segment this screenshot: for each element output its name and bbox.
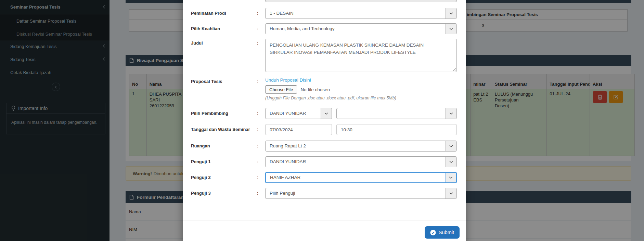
penguji-2-value: HANIF AZHAR: [270, 175, 300, 180]
file-upload-note: (Unggah File Dengan .doc atau .docx atau…: [265, 96, 396, 100]
label-colon: :: [257, 26, 258, 31]
ruangan-select[interactable]: Ruang Rapat Lt 2: [265, 141, 457, 152]
chevron-down-icon: [446, 24, 456, 34]
resize-grip-icon[interactable]: [453, 68, 456, 71]
pembimbing-1-select[interactable]: DANDI YUNIDAR: [265, 108, 332, 119]
label-colon: :: [257, 175, 258, 180]
field-label: Penguji 3: [191, 191, 254, 196]
field-label: Pilih Pembimbing: [191, 111, 254, 116]
penguji-1-select[interactable]: DANDI YUNIDAR: [265, 156, 457, 167]
seminar-date-input[interactable]: [265, 124, 332, 135]
file-upload-control: Choose File No file chosen: [265, 85, 330, 94]
chevron-down-icon: [445, 173, 456, 182]
submit-button-label: Submit: [439, 230, 454, 235]
seminar-time-input[interactable]: [336, 124, 457, 135]
peminatan-prodi-value: 1 - DESAIN: [270, 11, 294, 16]
registration-modal: Peminatan Prodi : 1 - DESAIN Pilih Keahl…: [183, 0, 466, 241]
label-colon: :: [257, 159, 258, 164]
field-label: Peminatan Prodi: [191, 11, 254, 16]
chevron-down-icon: [446, 108, 456, 119]
penguji-1-value: DANDI YUNIDAR: [270, 159, 306, 164]
app-screen: Seminar Proposal Tesis Daftar Seminar Pr…: [0, 0, 644, 241]
field-label: Proposal Tesis: [191, 79, 254, 84]
chevron-down-icon: [446, 188, 456, 198]
field-label: Ruangan: [191, 143, 254, 148]
pilih-keahlian-select[interactable]: Human, Media, and Technology: [265, 23, 457, 34]
pembimbing-2-select[interactable]: [336, 108, 457, 119]
chevron-down-icon: [321, 108, 332, 119]
ruangan-value: Ruang Rapat Lt 2: [270, 143, 306, 148]
download-proposal-link[interactable]: Unduh Proposal Disini: [265, 77, 311, 83]
chevron-down-icon: [446, 141, 456, 151]
label-colon: :: [257, 111, 258, 116]
peminatan-prodi-select[interactable]: 1 - DESAIN: [265, 8, 457, 19]
check-circle-icon: [430, 230, 436, 236]
choose-file-button[interactable]: Choose File: [265, 85, 297, 94]
field-label: Pilih Keahlian: [191, 26, 254, 31]
chevron-down-icon: [446, 8, 456, 19]
label-colon: :: [257, 127, 258, 132]
label-colon: :: [257, 191, 258, 196]
label-colon: :: [257, 11, 258, 16]
file-status-text: No file chosen: [300, 87, 330, 92]
field-label: Penguji 2: [191, 175, 254, 180]
modal-footer-divider: [183, 220, 466, 220]
field-label: Tanggal dan Waktu Seminar: [191, 127, 254, 132]
field-label: Judul: [191, 40, 254, 46]
pembimbing-1-value: DANDI YUNIDAR: [270, 111, 306, 116]
judul-textarea[interactable]: PENGOLAHAN ULANG KEMASAN PLASTIK SKINCAR…: [265, 39, 457, 72]
penguji-3-value: Pilih Penguji: [270, 191, 295, 196]
label-colon: :: [257, 79, 258, 84]
readonly-field-partial: [265, 0, 457, 2]
pilih-keahlian-value: Human, Media, and Technology: [270, 26, 335, 31]
chevron-down-icon: [446, 157, 456, 167]
label-colon: :: [257, 40, 258, 46]
field-label: Penguji 1: [191, 159, 254, 164]
penguji-3-select[interactable]: Pilih Penguji: [265, 188, 457, 199]
label-colon: :: [257, 143, 258, 148]
penguji-2-select[interactable]: HANIF AZHAR: [265, 172, 457, 183]
submit-button[interactable]: Submit: [425, 226, 460, 239]
